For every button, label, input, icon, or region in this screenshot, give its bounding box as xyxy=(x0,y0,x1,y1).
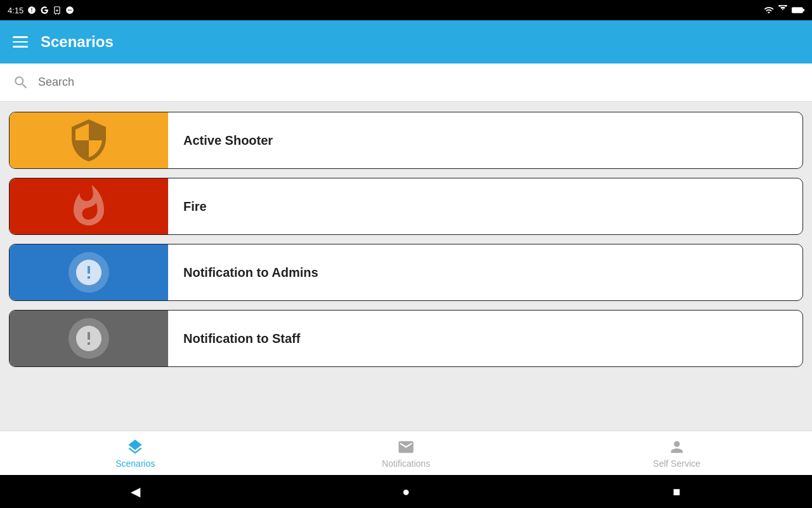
hamburger-menu-button[interactable] xyxy=(13,36,28,48)
flame-icon xyxy=(66,184,112,229)
shield-icon xyxy=(66,117,112,163)
nav-label-self-service: Self Service xyxy=(653,458,700,469)
nav-item-self-service[interactable]: Self Service xyxy=(541,433,812,474)
scenario-label-notification-staff: Notification to Staff xyxy=(168,311,315,366)
scenario-icon-panel-notification-staff xyxy=(10,311,168,366)
exclamation-circle-blue xyxy=(69,252,109,293)
scenario-label-fire: Fire xyxy=(168,178,222,234)
search-input[interactable] xyxy=(38,76,799,89)
nav-item-notifications[interactable]: Notifications xyxy=(271,433,542,474)
status-bar: 4:15 xyxy=(0,0,812,20)
svg-rect-1 xyxy=(803,9,805,11)
nav-label-scenarios: Scenarios xyxy=(115,458,155,469)
scenario-label-notification-admins: Notification to Admins xyxy=(168,244,334,300)
scenario-card-fire[interactable]: Fire xyxy=(9,178,803,235)
app-bar-title: Scenarios xyxy=(41,33,114,51)
scenario-card-notification-staff[interactable]: Notification to Staff xyxy=(9,310,803,367)
android-recents-button[interactable]: ■ xyxy=(664,479,690,504)
notification-icon xyxy=(27,6,36,15)
scenario-icon-panel-active-shooter xyxy=(10,112,168,168)
nav-item-scenarios[interactable]: Scenarios xyxy=(0,433,271,474)
bottom-nav: Scenarios Notifications Self Service xyxy=(0,431,812,475)
mail-icon xyxy=(397,438,415,456)
wifi-icon xyxy=(764,5,774,15)
layers-icon xyxy=(126,438,144,456)
google-icon xyxy=(40,6,49,15)
time-display: 4:15 xyxy=(8,6,23,15)
status-bar-right xyxy=(764,5,804,15)
search-bar xyxy=(0,64,812,102)
app-bar: Scenarios xyxy=(0,20,812,64)
do-not-disturb-icon xyxy=(65,6,74,15)
scenario-icon-panel-notification-admins xyxy=(10,244,168,300)
svg-rect-0 xyxy=(792,8,803,13)
scenario-card-active-shooter[interactable]: Active Shooter xyxy=(9,112,803,169)
battery-saver-icon xyxy=(53,6,62,15)
exclamation-icon-blue xyxy=(74,257,104,288)
person-icon xyxy=(668,438,686,456)
nav-label-notifications: Notifications xyxy=(382,458,430,469)
signal-icon xyxy=(778,5,788,15)
scenario-icon-panel-fire xyxy=(10,178,168,234)
exclamation-circle-gray xyxy=(69,318,109,359)
battery-icon xyxy=(792,6,804,15)
android-home-button[interactable]: ● xyxy=(393,479,419,504)
scenario-label-active-shooter: Active Shooter xyxy=(168,112,288,168)
android-nav-bar: ◀ ● ■ xyxy=(0,475,812,508)
status-bar-left: 4:15 xyxy=(8,6,74,15)
android-back-button[interactable]: ◀ xyxy=(122,479,148,504)
main-content: Active Shooter Fire Notification to Admi… xyxy=(0,102,812,431)
scenario-card-notification-admins[interactable]: Notification to Admins xyxy=(9,244,803,301)
search-icon xyxy=(13,74,29,91)
exclamation-icon-gray xyxy=(74,323,104,354)
